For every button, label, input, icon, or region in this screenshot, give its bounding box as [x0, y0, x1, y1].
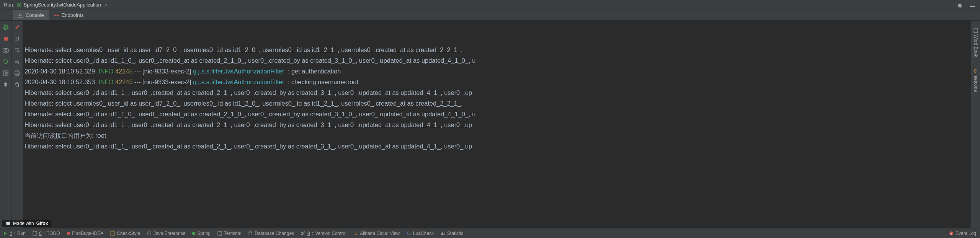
status-alibaba[interactable]: Alibaba Cloud View — [353, 231, 400, 236]
svg-rect-18 — [111, 231, 114, 235]
svg-rect-11 — [6, 71, 8, 73]
console-toolbar — [11, 21, 23, 228]
gear-icon[interactable] — [955, 1, 963, 9]
status-db-label: Database Changes — [255, 231, 294, 236]
luacheck-icon — [407, 231, 411, 236]
right-tab-wordbook[interactable]: Word Book — [973, 28, 978, 57]
right-tab-leetcode[interactable]: leetcode — [973, 68, 978, 92]
pin-icon[interactable] — [2, 80, 10, 89]
rerun-icon[interactable] — [2, 23, 10, 31]
svg-rect-2 — [970, 6, 975, 7]
run-toolbar — [0, 21, 11, 228]
status-checkstyle[interactable]: CheckStyle — [110, 231, 140, 236]
svg-rect-10 — [3, 71, 5, 75]
svg-rect-9 — [5, 48, 6, 49]
run-configuration[interactable]: SpringSecurityJwtGuideApplication × — [16, 2, 108, 8]
edit-icon[interactable] — [13, 23, 21, 31]
print-icon[interactable] — [13, 69, 21, 77]
rerun-last-icon[interactable] — [2, 57, 10, 66]
database-icon — [248, 231, 253, 236]
run-config-icon — [16, 2, 22, 8]
status-version-control[interactable]: 9: Version Control — [301, 231, 346, 236]
branch-icon — [301, 231, 305, 236]
building-icon — [147, 231, 152, 236]
endpoints-icon — [54, 13, 59, 18]
status-todo-num: 6 — [39, 231, 42, 236]
scroll-to-end-icon[interactable] — [13, 57, 21, 66]
status-vcs-num: 9 — [307, 231, 310, 236]
svg-point-4 — [54, 15, 56, 16]
status-findbugs[interactable]: FindBugs-IDEA — [67, 231, 104, 236]
run-label: Run: — [2, 2, 16, 8]
status-event-log[interactable]: 2 Event Log — [949, 231, 976, 236]
wordbook-label: Word Book — [973, 34, 978, 57]
status-terminal[interactable]: Terminal — [217, 231, 241, 236]
status-eventlog-label: Event Log — [956, 231, 976, 236]
status-spring[interactable]: Spring — [192, 231, 211, 236]
tab-endpoints[interactable]: Endpoints — [49, 10, 89, 20]
console-line: 2020-04-30 18:10:52.353 INFO 42245 --- [… — [24, 77, 980, 87]
tab-console[interactable]: Console — [13, 10, 49, 20]
status-terminal-label: Terminal — [224, 231, 241, 236]
console-line: Hibernate: select userroles0_.user_id as… — [24, 98, 980, 109]
status-run[interactable]: 4: Run — [4, 231, 26, 236]
console-output[interactable]: Hibernate: select userroles0_.user_id as… — [23, 21, 980, 228]
close-icon[interactable]: × — [105, 2, 108, 8]
right-tool-strip: Word Book leetcode — [971, 21, 980, 228]
status-spring-label: Spring — [197, 231, 211, 236]
event-log-icon: 2 — [949, 231, 954, 236]
minimize-icon[interactable] — [968, 1, 976, 9]
stats-icon — [441, 231, 445, 236]
console-line: Hibernate: select userroles0_.user_id as… — [24, 44, 980, 55]
layout-icon[interactable] — [2, 69, 10, 77]
status-run-label: Run — [17, 231, 26, 236]
leetcode-label: leetcode — [973, 75, 978, 92]
console-icon — [18, 13, 23, 18]
terminal-icon — [217, 231, 222, 236]
svg-text:2: 2 — [951, 232, 952, 235]
status-run-num: 4 — [10, 231, 12, 236]
svg-point-5 — [57, 15, 59, 16]
status-statistic[interactable]: Statistic — [441, 231, 463, 236]
camera-icon[interactable] — [2, 46, 10, 54]
status-luacheck[interactable]: LuaCheck — [407, 231, 434, 236]
play-icon — [4, 231, 8, 235]
wrap-icon[interactable] — [13, 46, 21, 54]
tool-tabs: Console Endpoints — [0, 10, 980, 21]
tab-endpoints-label: Endpoints — [62, 12, 84, 18]
status-findbugs-label: FindBugs-IDEA — [72, 231, 104, 236]
svg-rect-6 — [4, 37, 8, 41]
gifox-prefix: Made with — [13, 221, 34, 226]
svg-rect-12 — [6, 73, 8, 75]
checkstyle-icon — [110, 231, 115, 236]
text-cursor — [184, 80, 184, 87]
status-java-enterprise[interactable]: Java Enterprise — [147, 231, 185, 236]
console-line: 2020-04-30 18:10:52.329 INFO 42245 --- [… — [24, 66, 980, 77]
svg-point-21 — [249, 231, 252, 233]
console-line: Hibernate: select user0_.id as id1_1_0_,… — [24, 109, 980, 119]
clear-icon[interactable] — [13, 80, 21, 89]
svg-point-25 — [407, 232, 410, 235]
todo-icon — [33, 231, 37, 236]
svg-point-22 — [302, 231, 303, 233]
gifox-brand: Gifox — [36, 221, 48, 226]
status-luacheck-label: LuaCheck — [413, 231, 434, 236]
cloud-icon — [353, 231, 358, 236]
stop-icon[interactable] — [2, 34, 10, 43]
status-db-changes[interactable]: Database Changes — [248, 231, 294, 236]
spring-icon — [192, 232, 195, 235]
status-todo-label: TODO — [47, 231, 60, 236]
console-line: 当前访问该接口的用户为: root — [24, 130, 980, 141]
status-todo[interactable]: 6: TODO — [33, 231, 60, 236]
status-alibaba-label: Alibaba Cloud View — [360, 231, 400, 236]
console-line: Hibernate: select user0_.id as id1_1_, u… — [24, 119, 980, 130]
run-config-name: SpringSecurityJwtGuideApplication — [23, 2, 101, 8]
gifox-icon — [5, 221, 11, 226]
status-checkstyle-label: CheckStyle — [117, 231, 140, 236]
sort-icon[interactable] — [13, 34, 21, 43]
svg-point-23 — [304, 231, 305, 233]
svg-rect-20 — [218, 231, 222, 235]
status-statistic-label: Statistic — [447, 231, 463, 236]
svg-rect-16 — [974, 29, 978, 33]
svg-point-8 — [5, 49, 7, 52]
